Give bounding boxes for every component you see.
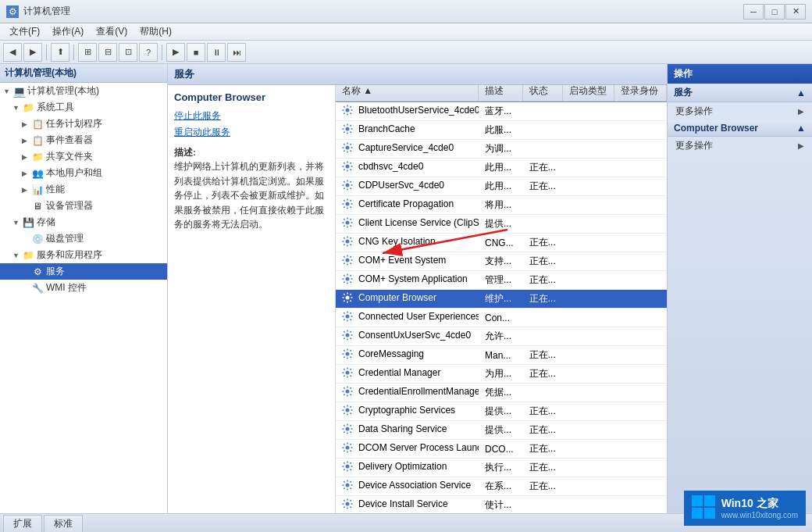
service-login — [614, 365, 666, 384]
svg-rect-28 — [704, 508, 715, 519]
table-row[interactable]: DCOM Server Process Launcher DCO... 正在..… — [336, 440, 667, 459]
service-name: BranchCache — [336, 121, 479, 140]
service-status: 正在... — [523, 177, 563, 196]
show-desc[interactable]: ⊟ — [98, 43, 117, 62]
sidebar-item-storage[interactable]: ▼ 💾 存储 — [0, 214, 167, 230]
svg-point-18 — [346, 409, 350, 412]
service-start-type — [562, 102, 614, 121]
service-login — [614, 196, 666, 215]
service-login — [614, 402, 666, 421]
table-row[interactable]: ConsentUxUserSvc_4cde0 允许... — [336, 327, 667, 346]
col-header-desc[interactable]: 描述 — [479, 85, 523, 102]
disk-icon: 💿 — [31, 234, 44, 245]
table-row[interactable]: COM+ Event System 支持... 正在... — [336, 252, 667, 271]
sidebar-item-services[interactable]: ⚙ 服务 — [0, 263, 167, 280]
table-row[interactable]: Connected User Experiences and Teleme...… — [336, 309, 667, 327]
sidebar-item-root[interactable]: ▼ 💻 计算机管理(本地) — [0, 83, 167, 99]
show-hide-tree[interactable]: ⊞ — [78, 43, 97, 62]
tab-expand[interactable]: 扩展 — [3, 515, 42, 532]
service-desc: 此用... — [479, 159, 523, 177]
right-section-services[interactable]: 服务 ▲ — [668, 84, 812, 102]
service-desc: 提供... — [479, 421, 523, 440]
sidebar-item-disk-mgmt[interactable]: 💿 磁盘管理 — [0, 230, 167, 247]
folder-icon-task: 📋 — [31, 119, 44, 130]
table-row[interactable]: CaptureService_4cde0 为调... — [336, 140, 667, 159]
expand-services-apps: ▼ — [12, 252, 22, 259]
maximize-button[interactable]: □ — [764, 4, 785, 20]
services-table: 名称 ▲ 描述 状态 启动类型 登录身份 BluetoothUserServic… — [336, 85, 667, 513]
wmi-icon: 🔧 — [31, 283, 44, 294]
close-button[interactable]: ✕ — [785, 4, 806, 20]
computer-icon: 💻 — [12, 86, 25, 97]
table-row[interactable]: CoreMessaging Man... 正在... — [336, 346, 667, 365]
right-action-more-1[interactable]: 更多操作 ▶ — [668, 102, 812, 120]
table-row[interactable]: COM+ System Application 管理... 正在... — [336, 271, 667, 290]
table-row[interactable]: Device Install Service 使计... — [336, 496, 667, 514]
menu-file[interactable]: 文件(F) — [3, 23, 46, 40]
col-header-name[interactable]: 名称 ▲ — [336, 85, 479, 102]
center-panel: 服务 Computer Browser 停止此服务 重启动此服务 描述: 维护网… — [168, 64, 668, 513]
service-login — [614, 440, 666, 459]
service-start-type — [562, 402, 614, 421]
service-desc: 支持... — [479, 252, 523, 271]
table-row[interactable]: cbdhsvc_4cde0 此用... 正在... — [336, 159, 667, 177]
table-row[interactable]: Computer Browser 维护... 正在... — [336, 290, 667, 309]
folder-icon-users: 👥 — [31, 168, 44, 179]
minimize-button[interactable]: ─ — [743, 4, 764, 20]
sidebar-item-system-tools[interactable]: ▼ 📁 系统工具 — [0, 99, 167, 116]
svg-point-3 — [346, 127, 350, 131]
table-row[interactable]: CNG Key Isolation CNG... 正在... — [336, 234, 667, 252]
sidebar-item-services-apps[interactable]: ▼ 📁 服务和应用程序 — [0, 247, 167, 263]
service-status: 正在... — [523, 271, 563, 290]
service-start-type — [562, 384, 614, 402]
back-button[interactable]: ◀ — [3, 43, 22, 62]
menu-view[interactable]: 查看(V) — [90, 23, 134, 40]
right-section-services-arrow: ▲ — [796, 87, 806, 98]
help-toolbar[interactable]: ? — [139, 43, 158, 62]
sidebar-item-local-users[interactable]: ▶ 👥 本地用户和组 — [0, 165, 167, 181]
service-desc: 允许... — [479, 327, 523, 346]
forward-button[interactable]: ▶ — [23, 43, 42, 62]
col-header-login[interactable]: 登录身份 — [614, 85, 666, 102]
expand-task-scheduler: ▶ — [22, 120, 31, 128]
right-section-computer-browser[interactable]: Computer Browser ▲ — [668, 120, 812, 137]
table-row[interactable]: BluetoothUserService_4cde0 蓝牙... — [336, 102, 667, 121]
skip-button[interactable]: ⏭ — [227, 43, 246, 62]
sidebar-item-performance[interactable]: ▶ 📊 性能 — [0, 181, 167, 198]
col-header-start[interactable]: 启动类型 — [562, 85, 614, 102]
stop-service-link[interactable]: 停止此服务 — [174, 109, 329, 123]
table-row[interactable]: BranchCache 此服... — [336, 121, 667, 140]
table-row[interactable]: Delivery Optimization 执行... 正在... — [336, 459, 667, 477]
pause-button[interactable]: ⏸ — [207, 43, 226, 62]
service-name: BluetoothUserService_4cde0 — [336, 102, 479, 121]
sidebar-item-device-manager[interactable]: 🖥 设备管理器 — [0, 198, 167, 214]
service-login — [614, 346, 666, 365]
table-row[interactable]: Credential Manager 为用... 正在... — [336, 365, 667, 384]
sidebar-item-task-scheduler[interactable]: ▶ 📋 任务计划程序 — [0, 116, 167, 132]
device-icon: 🖥 — [31, 201, 44, 212]
svg-rect-26 — [704, 495, 715, 506]
table-row[interactable]: Data Sharing Service 提供... 正在... — [336, 421, 667, 440]
sidebar-item-wmi[interactable]: 🔧 WMI 控件 — [0, 280, 167, 296]
up-button[interactable]: ⬆ — [51, 43, 69, 62]
right-action-more-2[interactable]: 更多操作 ▶ — [668, 137, 812, 155]
menu-help[interactable]: 帮助(H) — [134, 23, 178, 40]
svg-point-10 — [346, 259, 350, 262]
restart-service-link[interactable]: 重启动此服务 — [174, 126, 329, 139]
table-row[interactable]: Device Association Service 在系... 正在... — [336, 477, 667, 496]
properties[interactable]: ⊡ — [119, 43, 137, 62]
table-row[interactable]: CredentialEnrollmentManagerUserSvc_4c...… — [336, 384, 667, 402]
tab-standard[interactable]: 标准 — [44, 515, 83, 532]
menu-action[interactable]: 操作(A) — [46, 23, 90, 40]
svg-point-12 — [346, 296, 350, 300]
sidebar-item-event-viewer[interactable]: ▶ 📋 事件查看器 — [0, 132, 167, 148]
play-button[interactable]: ▶ — [166, 43, 185, 62]
sidebar-item-shared-folders[interactable]: ▶ 📁 共享文件夹 — [0, 148, 167, 165]
table-row[interactable]: Client License Service (ClipSVC) 提供... — [336, 215, 667, 234]
table-row[interactable]: CDPUserSvc_4cde0 此用... 正在... — [336, 177, 667, 196]
table-row[interactable]: Cryptographic Services 提供... 正在... — [336, 402, 667, 421]
col-header-status[interactable]: 状态 — [523, 85, 563, 102]
svg-point-2 — [346, 109, 350, 112]
table-row[interactable]: Certificate Propagation 将用... — [336, 196, 667, 215]
stop-button[interactable]: ■ — [187, 43, 205, 62]
